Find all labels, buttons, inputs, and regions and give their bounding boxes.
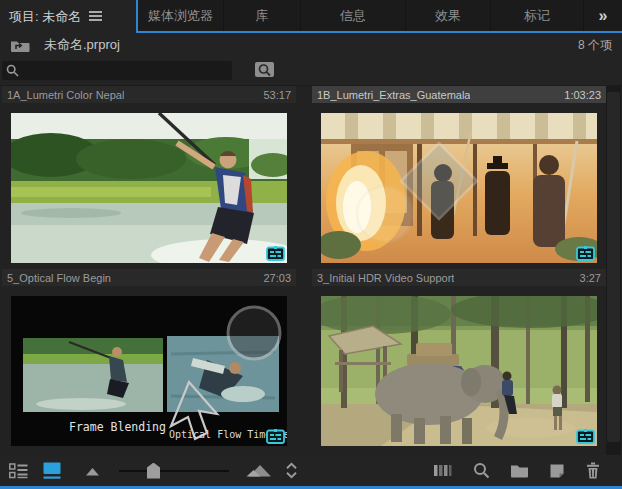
clip-badge-icon	[266, 246, 285, 261]
clip-name: 3_Initial HDR Video Support	[317, 272, 454, 284]
clip-thumbnail[interactable]	[321, 113, 597, 263]
zoom-out-small-icon[interactable]	[84, 465, 101, 477]
clip-header: 1A_Lumetri Color Nepal 53:17	[2, 86, 296, 103]
clip-header: 1B_Lumetri_Extras_Guatemala 1:03:23	[312, 86, 606, 103]
clear-trash-icon[interactable]	[585, 462, 601, 479]
search-input[interactable]	[19, 61, 232, 80]
clip-name: 1B_Lumetri_Extras_Guatemala	[317, 89, 470, 101]
search-icon	[6, 64, 19, 77]
clip-duration: 53:17	[263, 89, 291, 101]
clip-cell-1a-lumetri-color-nepal[interactable]: 1A_Lumetri Color Nepal 53:17	[2, 86, 296, 263]
clip-thumbnail[interactable]	[321, 296, 597, 446]
automate-to-sequence-icon[interactable]	[434, 464, 453, 477]
elephant-thumbnail-art	[321, 296, 597, 446]
overlay-label-frame-blending: Frame Blending	[69, 420, 166, 434]
breadcrumb: 未命名.prproj 8 个项	[0, 33, 622, 57]
tab-project[interactable]: 项目: 未命名	[0, 0, 136, 33]
sort-order-icon[interactable]	[285, 462, 298, 479]
zoom-in-large-icon[interactable]	[246, 464, 271, 478]
new-bin-folder-icon[interactable]	[510, 463, 529, 478]
slider-track[interactable]	[119, 470, 229, 472]
slider-thumb[interactable]	[147, 463, 160, 479]
tab-media-browser[interactable]: 媒体浏览器	[138, 0, 223, 31]
tab-group: 媒体浏览器 库 信息 效果 标记 »	[136, 0, 622, 33]
clip-badge-icon	[266, 429, 285, 444]
clip-cell-3-initial-hdr-video-support[interactable]: 3_Initial HDR Video Support 3:27	[312, 269, 606, 446]
bottom-toolbar	[0, 455, 622, 486]
tab-markers[interactable]: 标记	[490, 0, 583, 31]
clip-duration: 27:03	[263, 272, 291, 284]
find-icon[interactable]	[473, 462, 490, 479]
tab-project-label: 项目: 未命名	[9, 8, 81, 26]
create-search-bin-icon[interactable]	[253, 60, 276, 79]
clip-thumbnail[interactable]: Frame Blending Optical Flow Time Re	[11, 296, 287, 446]
project-panel: 项目: 未命名 媒体浏览器 库 信息 效果 标记 » 未命名.prproj 8 …	[0, 0, 622, 489]
list-view-icon[interactable]	[9, 463, 28, 479]
project-file-name: 未命名.prproj	[44, 36, 120, 54]
thumbnail-size-slider[interactable]	[119, 462, 229, 480]
tab-overflow-chevron-icon[interactable]: »	[583, 0, 622, 31]
new-item-icon[interactable]	[549, 463, 565, 479]
clip-grid-area: 1A_Lumetri Color Nepal 53:17	[0, 85, 622, 455]
clip-header: 5_Optical Flow Begin 27:03	[2, 269, 296, 286]
panel-tab-bar: 项目: 未命名 媒体浏览器 库 信息 效果 标记 »	[0, 0, 622, 33]
fire-scene-thumbnail-art	[321, 113, 597, 263]
navigate-up-folder-icon[interactable]	[10, 38, 30, 53]
icon-view-icon[interactable]	[43, 462, 61, 479]
clip-cell-5-optical-flow-begin[interactable]: 5_Optical Flow Begin 27:03	[2, 269, 296, 446]
tab-libraries[interactable]: 库	[223, 0, 300, 31]
clip-thumbnail[interactable]	[11, 113, 287, 263]
clip-name: 1A_Lumetri Color Nepal	[7, 89, 124, 101]
search-row	[0, 57, 622, 85]
vertical-scrollbar[interactable]	[606, 86, 621, 455]
clip-badge-icon	[576, 429, 595, 444]
clip-badge-icon	[576, 246, 595, 261]
clip-duration: 3:27	[580, 272, 601, 284]
clip-duration: 1:03:23	[564, 89, 601, 101]
clip-cell-1b-lumetri-extras-guatemala[interactable]: 1B_Lumetri_Extras_Guatemala 1:03:23	[312, 86, 606, 263]
toolbar-right-group	[434, 462, 601, 479]
optical-flow-thumbnail-art: Frame Blending Optical Flow Time Re	[11, 296, 287, 446]
item-count: 8 个项	[578, 37, 612, 54]
waterski-thumbnail-art	[11, 113, 287, 263]
search-box[interactable]	[2, 61, 232, 80]
clip-name: 5_Optical Flow Begin	[7, 272, 111, 284]
panel-menu-icon[interactable]	[89, 11, 102, 22]
tab-effects[interactable]: 效果	[405, 0, 490, 31]
scrollbar-thumb[interactable]	[607, 92, 620, 442]
clip-header: 3_Initial HDR Video Support 3:27	[312, 269, 606, 286]
tab-info[interactable]: 信息	[300, 0, 405, 31]
